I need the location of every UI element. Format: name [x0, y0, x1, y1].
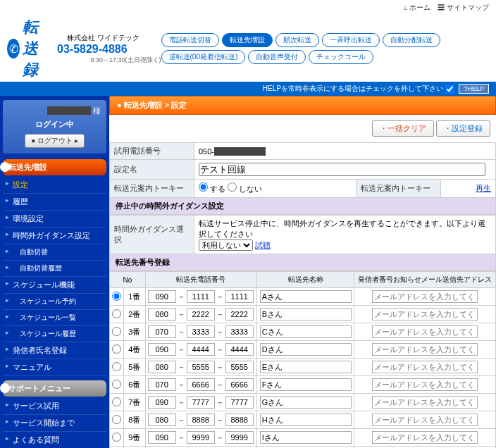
nav-schedule-history[interactable]: スケジュール履歴 — [3, 326, 106, 342]
nav-guidance[interactable]: 時間外ガイダンス設定 — [3, 228, 106, 244]
logout-button[interactable]: ● ログアウト ▸ — [25, 134, 85, 148]
phone-p1[interactable] — [148, 361, 176, 373]
mail-input[interactable] — [372, 290, 478, 303]
phone-p3[interactable] — [225, 325, 254, 338]
dest-name[interactable] — [260, 431, 352, 444]
row-select[interactable] — [112, 433, 121, 442]
phone-p3[interactable] — [225, 343, 254, 356]
mail-input[interactable] — [372, 431, 478, 444]
dest-name[interactable] — [260, 396, 352, 409]
nav-autoswitch-history[interactable]: 自動切替履歴 — [3, 261, 106, 277]
guidance-text: 転送サービス停止中に、時間外ガイダンスを再生することができます。以下より選択して… — [199, 218, 491, 239]
mail-input[interactable] — [372, 325, 478, 338]
phone-p1[interactable] — [148, 413, 176, 426]
row-select[interactable] — [112, 327, 121, 336]
dest-name[interactable] — [260, 378, 352, 391]
phone-p1[interactable] — [148, 396, 176, 409]
col-name: 転送先名称 — [257, 272, 354, 288]
row-select[interactable] — [112, 309, 121, 318]
login-status: ログイン中 — [8, 119, 101, 130]
dest-name[interactable] — [260, 413, 352, 426]
phone-p2[interactable] — [187, 378, 215, 391]
help-button[interactable]: ?HELP — [459, 84, 489, 94]
tab-1[interactable]: 転送先増設 — [222, 33, 273, 47]
nav-autoswitch[interactable]: 自動切替 — [3, 244, 106, 261]
phone-p2[interactable] — [187, 325, 215, 338]
save-button[interactable]: ・設定登録 — [436, 120, 490, 137]
phone-p3[interactable] — [225, 361, 254, 373]
phone-p2[interactable] — [187, 308, 215, 321]
sitemap-link[interactable]: ☰ サイトマップ — [438, 3, 489, 13]
nav-faq[interactable]: よくある質問 — [3, 432, 106, 448]
play-link[interactable]: 再生 — [476, 184, 491, 192]
row-select[interactable] — [112, 397, 121, 406]
row-no: 6番 — [124, 376, 146, 394]
phone-p3[interactable] — [225, 308, 254, 321]
nav-history[interactable]: 履歴 — [3, 194, 106, 211]
mail-input[interactable] — [372, 308, 478, 321]
dest-name[interactable] — [260, 325, 352, 338]
dest-name[interactable] — [260, 290, 352, 303]
row-select[interactable] — [112, 380, 121, 389]
talky-yes[interactable]: する — [199, 185, 225, 193]
nav-manual[interactable]: マニュアル — [3, 359, 106, 376]
phone-p1[interactable] — [148, 308, 176, 321]
phone-p3[interactable] — [225, 431, 254, 444]
tab-0[interactable]: 電話転送切替 — [161, 33, 219, 47]
phone-p1[interactable] — [148, 325, 176, 338]
nav-schedule-list[interactable]: スケジュール一覧 — [3, 310, 106, 326]
listen-link[interactable]: 試聴 — [255, 241, 271, 249]
tab-6[interactable]: 自動音声受付 — [248, 50, 306, 64]
phone-p2[interactable] — [187, 290, 215, 303]
phone-icon: ✆ — [7, 39, 20, 58]
tab-4[interactable]: 自動分配転送 — [383, 33, 440, 47]
setting-name-input[interactable] — [199, 163, 485, 176]
phone-p2[interactable] — [187, 431, 215, 444]
nav-env[interactable]: 環境設定 — [3, 211, 106, 228]
talky-no[interactable]: しない — [228, 185, 262, 193]
phone-p1[interactable] — [148, 431, 176, 444]
dest-name[interactable] — [260, 343, 352, 356]
mail-input[interactable] — [372, 378, 478, 391]
nav-start[interactable]: サービス開始まで — [3, 415, 106, 432]
phone-p1[interactable] — [148, 343, 176, 356]
help-toggle[interactable] — [445, 85, 454, 94]
phone-p3[interactable] — [225, 290, 254, 303]
phone-p3[interactable] — [225, 396, 254, 409]
phone-p3[interactable] — [225, 413, 254, 426]
mail-input[interactable] — [372, 396, 478, 409]
mail-input[interactable] — [372, 361, 478, 373]
phone-p2[interactable] — [187, 396, 215, 409]
phone-p1[interactable] — [148, 290, 176, 303]
nav-schedule-reserve[interactable]: スケジュール予約 — [3, 294, 106, 310]
trial-phone-masked: xxxxxx — [214, 147, 266, 156]
nav-schedule[interactable]: スケジュール機能 — [3, 277, 106, 294]
nav-settings[interactable]: 設定 — [3, 177, 106, 194]
row-select[interactable] — [112, 362, 121, 371]
row-no: 1番 — [124, 288, 146, 306]
tab-3[interactable]: 一斉呼出転送 — [322, 33, 380, 47]
tab-7[interactable]: チェックコール — [309, 50, 373, 64]
row-no: 4番 — [124, 341, 146, 359]
row-select[interactable] — [112, 344, 121, 354]
guidance-select[interactable]: 利用しない — [199, 239, 253, 251]
phone-p2[interactable] — [187, 361, 215, 373]
row-select[interactable] — [112, 292, 121, 301]
mail-input[interactable] — [372, 413, 478, 426]
phone-p1[interactable] — [148, 378, 176, 391]
nav-caller-name[interactable]: 発信者氏名登録 — [3, 342, 106, 359]
tab-5[interactable]: 逆転送(00発着信転送) — [161, 50, 246, 64]
clear-button[interactable]: ・一括クリア — [372, 120, 434, 137]
mail-input[interactable] — [372, 343, 478, 356]
dest-name[interactable] — [260, 361, 352, 373]
home-link[interactable]: ⌂ ホーム — [403, 3, 430, 13]
dest-name[interactable] — [260, 308, 352, 321]
phone-p3[interactable] — [225, 378, 254, 391]
phone-p2[interactable] — [187, 413, 215, 426]
row-select[interactable] — [112, 415, 121, 424]
service-tabs: 電話転送切替 転送先増設 順次転送 一斉呼出転送 自動分配転送 逆転送(00発着… — [161, 33, 489, 64]
tab-2[interactable]: 順次転送 — [275, 33, 319, 47]
nav-header-main: 転送先増設 — [3, 159, 106, 175]
nav-trial[interactable]: サービス試用 — [3, 398, 106, 415]
phone-p2[interactable] — [187, 343, 215, 356]
